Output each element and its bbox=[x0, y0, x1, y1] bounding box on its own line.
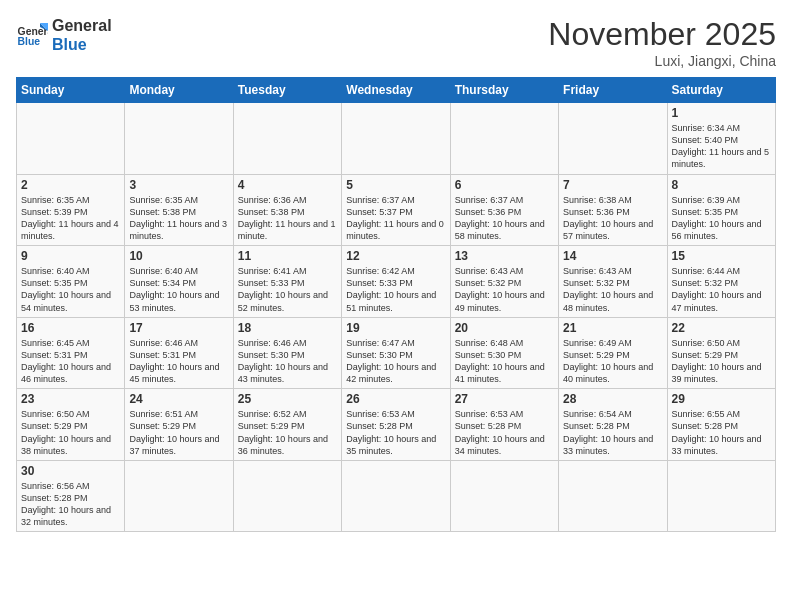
day-number: 13 bbox=[455, 249, 554, 263]
day-info: Sunrise: 6:46 AM Sunset: 5:31 PM Dayligh… bbox=[129, 337, 228, 386]
calendar-cell: 13Sunrise: 6:43 AM Sunset: 5:32 PM Dayli… bbox=[450, 246, 558, 318]
day-info: Sunrise: 6:39 AM Sunset: 5:35 PM Dayligh… bbox=[672, 194, 771, 243]
calendar-cell: 10Sunrise: 6:40 AM Sunset: 5:34 PM Dayli… bbox=[125, 246, 233, 318]
calendar-week-2: 2Sunrise: 6:35 AM Sunset: 5:39 PM Daylig… bbox=[17, 174, 776, 246]
day-info: Sunrise: 6:55 AM Sunset: 5:28 PM Dayligh… bbox=[672, 408, 771, 457]
day-number: 12 bbox=[346, 249, 445, 263]
day-number: 17 bbox=[129, 321, 228, 335]
weekday-header-thursday: Thursday bbox=[450, 78, 558, 103]
calendar-week-5: 23Sunrise: 6:50 AM Sunset: 5:29 PM Dayli… bbox=[17, 389, 776, 461]
calendar-cell: 17Sunrise: 6:46 AM Sunset: 5:31 PM Dayli… bbox=[125, 317, 233, 389]
calendar-cell: 27Sunrise: 6:53 AM Sunset: 5:28 PM Dayli… bbox=[450, 389, 558, 461]
day-number: 28 bbox=[563, 392, 662, 406]
day-number: 3 bbox=[129, 178, 228, 192]
day-info: Sunrise: 6:41 AM Sunset: 5:33 PM Dayligh… bbox=[238, 265, 337, 314]
calendar-cell: 14Sunrise: 6:43 AM Sunset: 5:32 PM Dayli… bbox=[559, 246, 667, 318]
day-number: 10 bbox=[129, 249, 228, 263]
svg-text:Blue: Blue bbox=[18, 37, 41, 48]
calendar-cell bbox=[450, 460, 558, 532]
calendar-cell: 7Sunrise: 6:38 AM Sunset: 5:36 PM Daylig… bbox=[559, 174, 667, 246]
day-info: Sunrise: 6:37 AM Sunset: 5:37 PM Dayligh… bbox=[346, 194, 445, 243]
day-number: 16 bbox=[21, 321, 120, 335]
day-info: Sunrise: 6:50 AM Sunset: 5:29 PM Dayligh… bbox=[21, 408, 120, 457]
calendar-cell: 9Sunrise: 6:40 AM Sunset: 5:35 PM Daylig… bbox=[17, 246, 125, 318]
day-number: 29 bbox=[672, 392, 771, 406]
calendar-cell bbox=[125, 460, 233, 532]
day-info: Sunrise: 6:43 AM Sunset: 5:32 PM Dayligh… bbox=[455, 265, 554, 314]
day-info: Sunrise: 6:54 AM Sunset: 5:28 PM Dayligh… bbox=[563, 408, 662, 457]
day-info: Sunrise: 6:45 AM Sunset: 5:31 PM Dayligh… bbox=[21, 337, 120, 386]
calendar-cell: 24Sunrise: 6:51 AM Sunset: 5:29 PM Dayli… bbox=[125, 389, 233, 461]
calendar-cell: 1Sunrise: 6:34 AM Sunset: 5:40 PM Daylig… bbox=[667, 103, 775, 175]
calendar-cell: 19Sunrise: 6:47 AM Sunset: 5:30 PM Dayli… bbox=[342, 317, 450, 389]
day-number: 26 bbox=[346, 392, 445, 406]
day-number: 30 bbox=[21, 464, 120, 478]
calendar-cell bbox=[17, 103, 125, 175]
day-number: 7 bbox=[563, 178, 662, 192]
day-number: 8 bbox=[672, 178, 771, 192]
day-info: Sunrise: 6:51 AM Sunset: 5:29 PM Dayligh… bbox=[129, 408, 228, 457]
day-info: Sunrise: 6:56 AM Sunset: 5:28 PM Dayligh… bbox=[21, 480, 120, 529]
calendar-week-6: 30Sunrise: 6:56 AM Sunset: 5:28 PM Dayli… bbox=[17, 460, 776, 532]
calendar-cell bbox=[233, 103, 341, 175]
calendar-cell bbox=[450, 103, 558, 175]
day-info: Sunrise: 6:36 AM Sunset: 5:38 PM Dayligh… bbox=[238, 194, 337, 243]
day-number: 21 bbox=[563, 321, 662, 335]
day-number: 1 bbox=[672, 106, 771, 120]
weekday-header-saturday: Saturday bbox=[667, 78, 775, 103]
day-number: 9 bbox=[21, 249, 120, 263]
day-info: Sunrise: 6:37 AM Sunset: 5:36 PM Dayligh… bbox=[455, 194, 554, 243]
calendar-cell: 3Sunrise: 6:35 AM Sunset: 5:38 PM Daylig… bbox=[125, 174, 233, 246]
day-number: 27 bbox=[455, 392, 554, 406]
day-number: 20 bbox=[455, 321, 554, 335]
day-number: 25 bbox=[238, 392, 337, 406]
logo-blue-text: Blue bbox=[52, 35, 112, 54]
day-info: Sunrise: 6:50 AM Sunset: 5:29 PM Dayligh… bbox=[672, 337, 771, 386]
calendar-cell: 20Sunrise: 6:48 AM Sunset: 5:30 PM Dayli… bbox=[450, 317, 558, 389]
calendar-cell: 28Sunrise: 6:54 AM Sunset: 5:28 PM Dayli… bbox=[559, 389, 667, 461]
calendar-cell: 12Sunrise: 6:42 AM Sunset: 5:33 PM Dayli… bbox=[342, 246, 450, 318]
calendar-cell: 8Sunrise: 6:39 AM Sunset: 5:35 PM Daylig… bbox=[667, 174, 775, 246]
calendar-cell: 21Sunrise: 6:49 AM Sunset: 5:29 PM Dayli… bbox=[559, 317, 667, 389]
calendar-cell: 11Sunrise: 6:41 AM Sunset: 5:33 PM Dayli… bbox=[233, 246, 341, 318]
calendar-cell bbox=[559, 460, 667, 532]
weekday-header-monday: Monday bbox=[125, 78, 233, 103]
calendar-cell: 26Sunrise: 6:53 AM Sunset: 5:28 PM Dayli… bbox=[342, 389, 450, 461]
month-title: November 2025 bbox=[548, 16, 776, 53]
calendar-week-3: 9Sunrise: 6:40 AM Sunset: 5:35 PM Daylig… bbox=[17, 246, 776, 318]
title-block: November 2025 Luxi, Jiangxi, China bbox=[548, 16, 776, 69]
day-info: Sunrise: 6:35 AM Sunset: 5:39 PM Dayligh… bbox=[21, 194, 120, 243]
day-info: Sunrise: 6:42 AM Sunset: 5:33 PM Dayligh… bbox=[346, 265, 445, 314]
day-number: 15 bbox=[672, 249, 771, 263]
calendar-cell: 5Sunrise: 6:37 AM Sunset: 5:37 PM Daylig… bbox=[342, 174, 450, 246]
calendar-week-1: 1Sunrise: 6:34 AM Sunset: 5:40 PM Daylig… bbox=[17, 103, 776, 175]
day-number: 23 bbox=[21, 392, 120, 406]
calendar-cell: 4Sunrise: 6:36 AM Sunset: 5:38 PM Daylig… bbox=[233, 174, 341, 246]
day-info: Sunrise: 6:49 AM Sunset: 5:29 PM Dayligh… bbox=[563, 337, 662, 386]
calendar-cell: 2Sunrise: 6:35 AM Sunset: 5:39 PM Daylig… bbox=[17, 174, 125, 246]
calendar-cell bbox=[342, 460, 450, 532]
day-info: Sunrise: 6:38 AM Sunset: 5:36 PM Dayligh… bbox=[563, 194, 662, 243]
day-info: Sunrise: 6:34 AM Sunset: 5:40 PM Dayligh… bbox=[672, 122, 771, 171]
day-number: 22 bbox=[672, 321, 771, 335]
calendar-cell bbox=[559, 103, 667, 175]
day-number: 14 bbox=[563, 249, 662, 263]
day-number: 2 bbox=[21, 178, 120, 192]
calendar-cell: 30Sunrise: 6:56 AM Sunset: 5:28 PM Dayli… bbox=[17, 460, 125, 532]
location-text: Luxi, Jiangxi, China bbox=[548, 53, 776, 69]
day-info: Sunrise: 6:52 AM Sunset: 5:29 PM Dayligh… bbox=[238, 408, 337, 457]
day-number: 6 bbox=[455, 178, 554, 192]
day-info: Sunrise: 6:35 AM Sunset: 5:38 PM Dayligh… bbox=[129, 194, 228, 243]
day-number: 18 bbox=[238, 321, 337, 335]
calendar-table: SundayMondayTuesdayWednesdayThursdayFrid… bbox=[16, 77, 776, 532]
day-info: Sunrise: 6:43 AM Sunset: 5:32 PM Dayligh… bbox=[563, 265, 662, 314]
weekday-header-friday: Friday bbox=[559, 78, 667, 103]
calendar-week-4: 16Sunrise: 6:45 AM Sunset: 5:31 PM Dayli… bbox=[17, 317, 776, 389]
day-number: 24 bbox=[129, 392, 228, 406]
calendar-cell: 25Sunrise: 6:52 AM Sunset: 5:29 PM Dayli… bbox=[233, 389, 341, 461]
day-number: 4 bbox=[238, 178, 337, 192]
day-info: Sunrise: 6:40 AM Sunset: 5:34 PM Dayligh… bbox=[129, 265, 228, 314]
weekday-header-wednesday: Wednesday bbox=[342, 78, 450, 103]
day-info: Sunrise: 6:40 AM Sunset: 5:35 PM Dayligh… bbox=[21, 265, 120, 314]
calendar-cell: 16Sunrise: 6:45 AM Sunset: 5:31 PM Dayli… bbox=[17, 317, 125, 389]
